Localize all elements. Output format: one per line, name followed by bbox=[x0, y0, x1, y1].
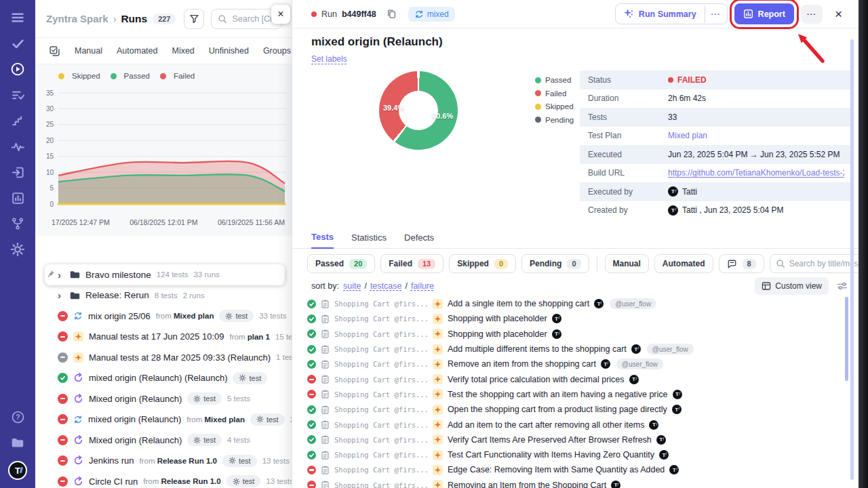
set-labels-link[interactable]: Set labels bbox=[311, 54, 347, 64]
run-item[interactable]: Manual tests at 17 Jun 2025 10:09from pl… bbox=[45, 327, 285, 348]
sidebar-tests-icon[interactable] bbox=[10, 36, 25, 51]
report-button[interactable]: Report bbox=[734, 3, 794, 24]
detail-row: Build URLhttps://github.com/TetianaKhome… bbox=[580, 164, 852, 183]
test-row[interactable]: Shopping Cart @firs...Add multiple diffe… bbox=[307, 342, 838, 357]
copy-icon[interactable] bbox=[387, 9, 397, 19]
filter-automated-button[interactable]: Automated bbox=[654, 254, 713, 273]
test-row[interactable]: Shopping Cart @firs...Remove an item fro… bbox=[307, 357, 838, 371]
test-row[interactable]: Shopping Cart @firs...Test Cart Function… bbox=[307, 447, 838, 462]
clipboard-icon bbox=[321, 435, 330, 444]
run-item[interactable]: Jenkins runfrom Release Run 1.0test13 te… bbox=[45, 451, 285, 472]
runs-tab-automated[interactable]: Automated bbox=[117, 46, 157, 56]
close-detail-button[interactable]: × bbox=[835, 7, 842, 22]
run-item[interactable]: mixed origin (Relaunch)from Mixed plante… bbox=[45, 409, 285, 430]
run-item[interactable]: mix origin 25/06from Mixed plantest33 te… bbox=[45, 306, 285, 327]
test-row[interactable]: Shopping Cart @firs...Open the shopping … bbox=[307, 402, 838, 417]
status-passed-icon bbox=[307, 345, 316, 354]
more-options-button[interactable]: ··· bbox=[801, 5, 823, 24]
sidebar-plans-icon[interactable] bbox=[10, 87, 25, 102]
detail-tabs: TestsStatisticsDefects bbox=[292, 229, 859, 249]
detail-label: Test Plan bbox=[588, 131, 668, 140]
run-summary-menu-button[interactable]: ··· bbox=[705, 5, 727, 23]
sidebar-branch-icon[interactable] bbox=[10, 216, 25, 231]
sidebar-import-icon[interactable] bbox=[10, 165, 25, 180]
clipboard-icon bbox=[321, 329, 330, 338]
filter-skipped-button[interactable]: Skipped0 bbox=[449, 254, 516, 273]
status-value: FAILED bbox=[677, 75, 707, 85]
sidebar-nav bbox=[10, 10, 25, 257]
detail-row: Duration2h 6m 42s bbox=[580, 89, 852, 108]
custom-view-button[interactable]: Custom view bbox=[755, 277, 829, 295]
filter-passed-button[interactable]: Passed20 bbox=[307, 254, 375, 273]
milestone-folder-item[interactable]: ›Release: Rerun8 tests2 runs bbox=[45, 285, 285, 306]
status-passed-icon bbox=[307, 314, 316, 323]
breadcrumb-project[interactable]: Zyntra Spark bbox=[46, 13, 108, 24]
tab-defects[interactable]: Defects bbox=[404, 232, 434, 248]
test-row[interactable]: Shopping Cart @firs...Edge Case: Removin… bbox=[307, 462, 838, 477]
runs-tab-unfinished[interactable]: Unfinished bbox=[209, 46, 249, 56]
runs-tab-manual[interactable]: Manual bbox=[75, 46, 102, 56]
sidebar-help-icon[interactable]: ? bbox=[10, 409, 25, 424]
filter-manual-button[interactable]: Manual bbox=[605, 254, 649, 273]
tab-statistics[interactable]: Statistics bbox=[351, 232, 387, 248]
test-row[interactable]: Shopping Cart @firs...Verify total price… bbox=[307, 371, 838, 386]
runs-tab-mixed[interactable]: Mixed bbox=[172, 46, 194, 56]
test-plan-link[interactable]: Mixed plan bbox=[668, 131, 707, 140]
test-row[interactable]: Shopping Cart @firs...Removing an Item f… bbox=[307, 478, 838, 488]
test-row[interactable]: Shopping Cart @firs...Shopping with plac… bbox=[307, 311, 838, 326]
clipboard-icon bbox=[321, 451, 330, 460]
gear-icon bbox=[229, 457, 236, 464]
test-row[interactable]: Shopping Cart @firs...Verify Cart Items … bbox=[307, 432, 838, 447]
sidebar-pulse-icon[interactable] bbox=[10, 139, 25, 154]
sidebar-runs-icon[interactable] bbox=[10, 62, 25, 77]
run-item[interactable]: Mixed origin (Relaunch)test4 tests bbox=[45, 430, 285, 451]
run-item[interactable]: Manual tests at 28 Mar 2025 09:33 (Relau… bbox=[45, 347, 285, 368]
status-passed-icon bbox=[307, 329, 316, 338]
test-row[interactable]: Shopping Cart @firs...Test the shopping … bbox=[307, 387, 838, 402]
runs-tab-groups[interactable]: Groups bbox=[263, 46, 291, 56]
sliders-icon[interactable] bbox=[837, 281, 848, 291]
run-summary-button[interactable]: Run Summary bbox=[616, 4, 705, 24]
chevron-right-icon[interactable]: › bbox=[58, 270, 64, 280]
filter-failed-button[interactable]: Failed13 bbox=[380, 254, 443, 273]
sidebar-menu-icon[interactable] bbox=[10, 10, 25, 25]
assignee-avatar: T bbox=[669, 465, 679, 474]
sort-by-failure-link[interactable]: failure bbox=[411, 281, 434, 291]
test-row[interactable]: Shopping Cart @firs...Add a single item … bbox=[307, 296, 838, 311]
select-all-icon[interactable] bbox=[49, 45, 60, 57]
test-title: Test Cart Functionality with Items Havin… bbox=[448, 450, 654, 460]
run-meta: 8 tests bbox=[155, 291, 178, 300]
tab-tests[interactable]: Tests bbox=[311, 232, 334, 249]
sort-by-testcase-link[interactable]: testcase bbox=[370, 281, 402, 291]
run-item[interactable]: mixed origin (Relaunch) (Relaunch)test bbox=[45, 368, 285, 389]
sidebar-analytics-icon[interactable] bbox=[10, 190, 25, 205]
test-row[interactable]: Shopping Cart @firs...Add an item to the… bbox=[307, 417, 838, 432]
sidebar-projects-icon[interactable] bbox=[10, 435, 25, 450]
sort-by-label: sort by: bbox=[311, 281, 339, 291]
test-row[interactable]: Shopping Cart @firs...Shopping with plac… bbox=[307, 327, 838, 342]
test-suite: Shopping Cart @firs... bbox=[334, 345, 428, 353]
background-overlay bbox=[859, 0, 868, 488]
filter-button[interactable] bbox=[184, 9, 204, 29]
build-url-link[interactable]: https://github.com/TetianaKhomenko/Load-… bbox=[668, 168, 844, 178]
run-item[interactable]: Mixed origin (Relaunch)test5 tests bbox=[45, 388, 285, 409]
comments-filter-button[interactable]: 8 bbox=[719, 254, 764, 273]
sidebar-settings-icon[interactable] bbox=[10, 242, 25, 257]
filter-pending-button[interactable]: Pending0 bbox=[521, 254, 589, 273]
sidebar-steps-icon[interactable] bbox=[10, 113, 25, 128]
tests-search-input[interactable]: Search by title/message bbox=[770, 254, 859, 273]
tests-scrollbar[interactable] bbox=[845, 297, 848, 381]
chevron-right-icon[interactable]: › bbox=[58, 290, 64, 300]
sync-run-icon bbox=[73, 311, 83, 321]
panel-close-button[interactable]: × bbox=[271, 5, 290, 24]
run-item[interactable]: Circle CI runfrom Release Run 1.0test13 … bbox=[45, 471, 285, 488]
legend-item: Passed bbox=[111, 72, 150, 80]
test-title: Shopping with placeholder bbox=[448, 314, 547, 323]
panel-scrollbar[interactable] bbox=[850, 39, 854, 480]
gear-icon bbox=[256, 415, 264, 423]
app: ?T Zyntra Spark › Runs 227 Search [Cmd +… bbox=[0, 0, 868, 488]
sort-by-suite-link[interactable]: suite bbox=[343, 281, 361, 291]
mixed-badge[interactable]: mixed bbox=[408, 7, 455, 22]
milestone-folder-item[interactable]: ›Bravo milestone124 tests33 runs bbox=[45, 264, 285, 285]
detail-label: Status bbox=[588, 75, 668, 85]
